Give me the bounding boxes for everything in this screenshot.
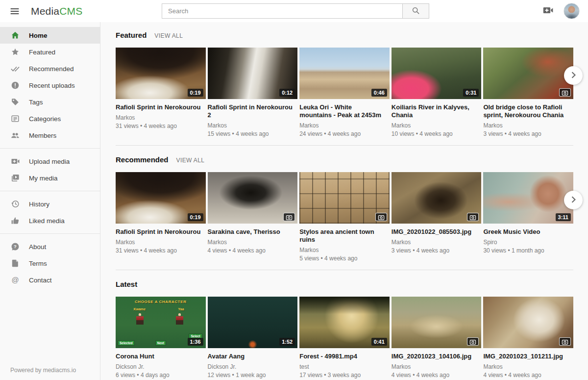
svg-text:@: @ <box>11 276 19 284</box>
logo-text-media: Media <box>31 5 59 17</box>
media-author[interactable]: Markos <box>299 247 390 253</box>
image-media-badge <box>283 213 295 221</box>
media-card[interactable]: 0:19Rafioli Sprint in NerokourouMarkos31… <box>116 172 206 262</box>
section-header: FeaturedVIEW ALL <box>116 31 573 39</box>
svg-text:?: ? <box>14 244 17 249</box>
media-card[interactable]: 0:12Rafioli Sprint in Nerokourou 2Markos… <box>208 48 298 137</box>
media-title: Rafioli Sprint in Nerokourou <box>116 103 206 111</box>
section-header: RecommendedVIEW ALL <box>116 155 573 164</box>
media-meta: 4 views • 4 weeks ago <box>392 372 482 379</box>
view-all-link[interactable]: VIEW ALL <box>154 32 183 39</box>
camera-icon <box>378 216 385 222</box>
chevron-right-icon <box>568 70 578 81</box>
media-title: Greek Music Video <box>483 228 573 236</box>
media-title: Avatar Aang <box>208 353 298 360</box>
next-arrow-button[interactable] <box>564 191 583 209</box>
media-author[interactable]: Markos <box>392 363 482 370</box>
search-button[interactable] <box>402 4 429 18</box>
media-card[interactable]: 0:41Forest - 49981.mp4test17 views • 3 w… <box>299 297 390 379</box>
media-author[interactable]: Dickson Jr. <box>208 363 298 370</box>
sidebar-item-terms[interactable]: Terms <box>0 255 100 272</box>
sidebar-item-recommended[interactable]: Recommended <box>0 60 100 77</box>
media-author[interactable]: Markos <box>299 122 390 129</box>
section-latest: LatestCHOOSE A CHARACTERKwameYaaSelected… <box>116 280 573 380</box>
media-card[interactable]: Sarakina cave, TherissoMarkos4 views • 4… <box>208 172 298 262</box>
media-card[interactable]: CHOOSE A CHARACTERKwameYaaSelectedNextSe… <box>116 297 206 379</box>
character-name-right: Yaa <box>178 307 184 311</box>
media-author[interactable]: Dickson Jr. <box>116 363 206 370</box>
media-thumbnail <box>483 297 573 348</box>
sidebar-item-featured[interactable]: Featured <box>0 44 100 60</box>
media-author[interactable]: Markos <box>392 239 482 246</box>
sidebar-item-members[interactable]: Members <box>0 127 100 144</box>
sidebar-item-liked-media[interactable]: Liked media <box>0 212 100 229</box>
media-card[interactable]: 0:19Rafioli Sprint in NerokourouMarkos31… <box>116 48 206 137</box>
header-actions <box>541 0 580 22</box>
sidebar-item-home[interactable]: Home <box>0 27 100 44</box>
media-meta: 3 views • 4 weeks ago <box>483 130 573 137</box>
media-meta: 4 views • 4 weeks ago <box>483 372 573 379</box>
media-card[interactable]: 0:46Leuka Ori - White mountains - Peak a… <box>299 48 390 137</box>
powered-by-text[interactable]: Powered by mediacms.io <box>10 367 76 374</box>
sidebar-item-label: Upload media <box>29 158 70 165</box>
hamburger-menu-icon[interactable] <box>9 5 21 17</box>
media-thumbnail: 0:46 <box>299 48 390 99</box>
media-author[interactable]: Markos <box>483 363 573 370</box>
sidebar-item-label: Contact <box>29 277 52 284</box>
media-author[interactable]: Markos <box>392 122 482 129</box>
at-sign-icon: @ <box>10 276 20 285</box>
help-icon: ? <box>10 242 20 252</box>
media-author[interactable]: Markos <box>116 239 206 246</box>
search-bar <box>162 3 429 19</box>
sidebar-item-label: Home <box>29 32 48 39</box>
media-thumbnail: 0:19 <box>116 172 206 224</box>
thumb-up-icon <box>10 216 20 226</box>
image-media-badge <box>467 337 479 346</box>
media-author[interactable]: Markos <box>483 122 573 129</box>
image-media-badge <box>467 213 479 221</box>
section-header: Latest <box>116 280 573 288</box>
sidebar-item-my-media[interactable]: My media <box>0 170 100 186</box>
media-card[interactable]: IMG_20201022_085503.jpgMarkos3 views • 4… <box>392 172 482 262</box>
media-card[interactable]: Stylos area ancient town ruinsMarkos5 vi… <box>299 172 390 262</box>
thumbnail-overlay-title: CHOOSE A CHARACTER <box>116 300 206 304</box>
media-author[interactable]: Spiro <box>483 239 573 246</box>
media-author[interactable]: Markos <box>208 239 298 246</box>
sidebar-item-label: Featured <box>29 49 55 56</box>
view-all-link[interactable]: VIEW ALL <box>176 157 205 164</box>
user-avatar[interactable] <box>564 3 580 19</box>
mediacms-logo[interactable]: MediaCMS <box>31 5 82 17</box>
sidebar-item-about[interactable]: ?About <box>0 238 100 255</box>
media-title: IMG_20201022_085503.jpg <box>392 228 482 236</box>
sidebar-item-upload-media[interactable]: Upload media <box>0 153 100 170</box>
section-recommended: RecommendedVIEW ALL0:19Rafioli Sprint in… <box>116 155 573 270</box>
media-card[interactable]: Old bridge close to Rafioli sprint, Nero… <box>483 48 573 137</box>
sidebar-item-recent-uploads[interactable]: Recent uploads <box>0 77 100 94</box>
my-media-icon <box>10 174 20 183</box>
image-media-badge <box>559 337 571 346</box>
sidebar-divider <box>0 233 100 234</box>
next-arrow-button[interactable] <box>564 66 583 85</box>
media-card[interactable]: 1:52Avatar AangDickson Jr.12 views • 1 w… <box>208 297 298 379</box>
sidebar-item-contact[interactable]: @Contact <box>0 272 100 288</box>
media-card[interactable]: IMG_20201023_104106.jpgMarkos4 views • 4… <box>392 297 482 379</box>
search-input[interactable] <box>162 4 402 18</box>
media-card[interactable]: IMG_20201023_101211.jpgMarkos4 views • 4… <box>483 297 573 379</box>
media-author[interactable]: test <box>299 363 390 370</box>
media-meta: 3 views • 4 weeks ago <box>392 247 482 254</box>
sidebar-item-tags[interactable]: Tags <box>0 94 100 110</box>
image-media-badge <box>559 88 571 97</box>
tag-icon <box>10 98 20 107</box>
media-card[interactable]: 3:11Greek Music VideoSpiro30 views • 1 m… <box>483 172 573 262</box>
media-author[interactable]: Markos <box>116 114 206 121</box>
sidebar-item-label: About <box>29 243 46 251</box>
media-title: Sarakina cave, Therisso <box>208 228 298 236</box>
media-author[interactable]: Markos <box>208 122 298 129</box>
done-all-icon <box>10 64 20 74</box>
media-card[interactable]: 0:31Koiliaris River in Kalyves, ChaniaMa… <box>392 48 482 137</box>
character-sprite <box>176 313 183 325</box>
sidebar-item-categories[interactable]: Categories <box>0 110 100 127</box>
sidebar-item-history[interactable]: History <box>0 196 100 212</box>
media-thumbnail: CHOOSE A CHARACTERKwameYaaSelectedNextSe… <box>116 297 206 348</box>
upload-media-button[interactable] <box>541 5 554 18</box>
